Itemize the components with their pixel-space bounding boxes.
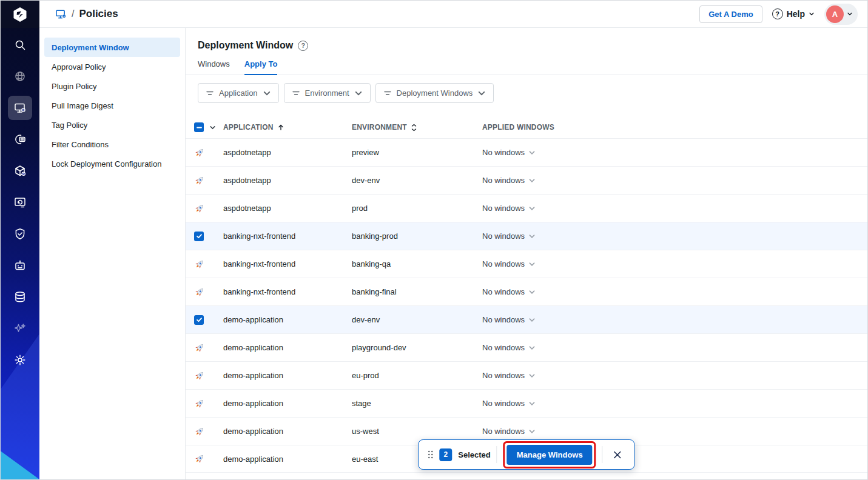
applied-windows-dropdown[interactable]: No windows — [482, 232, 855, 241]
package-gear-icon[interactable] — [8, 159, 32, 183]
environment-name: prod — [352, 204, 482, 213]
filter-icon — [292, 89, 300, 98]
app-rocket-icon — [194, 175, 205, 186]
sparkles-icon[interactable] — [8, 316, 32, 341]
get-a-demo-button[interactable]: Get A Demo — [699, 5, 762, 23]
table-row[interactable]: banking-nxt-frontendbanking-qaNo windows — [186, 250, 867, 278]
manage-windows-button[interactable]: Manage Windows — [507, 445, 593, 465]
app-rocket-icon — [194, 453, 205, 464]
sidebar-item-deployment-window[interactable]: Deployment Window — [44, 38, 180, 57]
application-name: banking-nxt-frontend — [223, 287, 352, 296]
deployment-window-icon — [55, 8, 67, 20]
close-icon[interactable] — [609, 446, 626, 463]
applied-windows-dropdown[interactable]: No windows — [482, 287, 855, 296]
table-row[interactable]: demo-applicationplayground-devNo windows — [186, 333, 867, 361]
apply-to-table: APPLICATION ENVIRONMENT APPLIED WINDOWS — [186, 116, 867, 473]
table-row[interactable]: aspdotnetappprodNo windows — [186, 194, 867, 222]
application-name: banking-nxt-frontend — [223, 232, 352, 241]
chevron-down-icon — [477, 89, 486, 98]
select-options-chevron-icon[interactable] — [209, 124, 216, 131]
main-content: Deployment Window ? WindowsApply To Appl… — [186, 28, 867, 479]
environment-name: dev-env — [352, 315, 482, 324]
table-row[interactable]: demo-applicationeu-prodNo windows — [186, 361, 867, 389]
globe-icon[interactable] — [8, 64, 32, 88]
applied-windows-dropdown[interactable]: No windows — [482, 371, 855, 380]
monitor-sync-icon[interactable] — [8, 190, 32, 215]
filter-application[interactable]: Application — [198, 83, 279, 103]
applied-windows-dropdown[interactable]: No windows — [482, 176, 855, 185]
environment-name: dev-env — [352, 176, 482, 185]
chevron-down-icon — [528, 372, 536, 379]
app-rocket-icon — [194, 370, 205, 381]
applied-windows-dropdown[interactable]: No windows — [482, 148, 855, 157]
environment-name: banking-final — [352, 287, 482, 296]
devtron-logo[interactable] — [1, 1, 39, 28]
sort-both-icon — [411, 124, 417, 132]
applied-windows-dropdown[interactable]: No windows — [482, 427, 855, 436]
user-menu[interactable]: A — [824, 4, 858, 25]
search-icon[interactable] — [8, 33, 32, 57]
row-checkbox[interactable] — [194, 315, 204, 325]
chevron-down-icon — [528, 288, 536, 296]
table-row[interactable]: banking-nxt-frontendbanking-finalNo wind… — [186, 278, 867, 305]
chevron-down-icon — [528, 428, 536, 435]
chevron-down-icon — [263, 89, 271, 98]
policies-icon[interactable] — [8, 96, 32, 120]
row-checkbox[interactable] — [194, 232, 204, 241]
table-header: APPLICATION ENVIRONMENT APPLIED WINDOWS — [186, 116, 867, 138]
sidebar-item-lock-deployment-configuration[interactable]: Lock Deployment Configuration — [44, 154, 180, 173]
divider — [602, 446, 603, 463]
question-circle-icon[interactable]: ? — [298, 41, 308, 51]
column-header-environment[interactable]: ENVIRONMENT — [352, 123, 482, 132]
column-header-applied-windows: APPLIED WINDOWS — [482, 123, 855, 132]
app-rocket-icon — [194, 426, 205, 437]
chevron-down-icon — [528, 233, 536, 240]
filter-environment[interactable]: Environment — [284, 83, 371, 103]
app-rocket-icon — [194, 398, 205, 409]
environment-name: eu-prod — [352, 371, 482, 380]
filter-deployment-windows[interactable]: Deployment Windows — [375, 83, 494, 103]
column-header-application[interactable]: APPLICATION — [223, 123, 352, 132]
environment-name: banking-prod — [352, 232, 482, 241]
table-row[interactable]: banking-nxt-frontendbanking-prodNo windo… — [186, 222, 867, 250]
application-name: banking-nxt-frontend — [223, 259, 352, 268]
selected-count-badge: 2 — [439, 448, 452, 461]
sidebar-item-filter-conditions[interactable]: Filter Conditions — [44, 135, 180, 154]
chevron-down-icon — [528, 177, 536, 184]
applied-windows-dropdown[interactable]: No windows — [482, 343, 855, 352]
sidebar-item-tag-policy[interactable]: Tag Policy — [44, 115, 180, 135]
sidebar-item-plugin-policy[interactable]: Plugin Policy — [44, 76, 180, 96]
icon-rail — [1, 1, 39, 479]
table-row[interactable]: demo-applicationstageNo windows — [186, 389, 867, 417]
applied-windows-dropdown[interactable]: No windows — [482, 315, 855, 324]
table-row[interactable]: demo-applicationdev-envNo windows — [186, 305, 867, 333]
applied-windows-dropdown[interactable]: No windows — [482, 259, 855, 268]
selected-label: Selected — [458, 450, 490, 459]
gear-icon[interactable] — [8, 348, 32, 372]
cd-pipeline-icon[interactable] — [8, 127, 32, 152]
chevron-down-icon — [528, 261, 536, 268]
database-icon[interactable] — [8, 285, 32, 309]
table-row[interactable]: aspdotnetapppreviewNo windows — [186, 138, 867, 166]
environment-name: playground-dev — [352, 343, 482, 352]
shield-check-icon[interactable] — [8, 222, 32, 246]
filter-bar: ApplicationEnvironmentDeployment Windows — [186, 75, 867, 103]
sidebar-item-pull-image-digest[interactable]: Pull Image Digest — [44, 96, 180, 115]
selection-action-bar: 2 Selected Manage Windows — [418, 439, 634, 470]
page-title: Deployment Window — [198, 40, 293, 51]
table-row[interactable]: aspdotnetappdev-envNo windows — [186, 166, 867, 194]
application-name: demo-application — [223, 455, 352, 464]
applied-windows-dropdown[interactable]: No windows — [482, 204, 855, 213]
bot-icon[interactable] — [8, 253, 32, 278]
policies-sidebar: Deployment WindowApproval PolicyPlugin P… — [39, 28, 186, 479]
breadcrumb[interactable]: / Policies — [55, 8, 118, 20]
help-menu[interactable]: ? Help — [772, 8, 815, 19]
sidebar-item-approval-policy[interactable]: Approval Policy — [44, 57, 180, 76]
applied-windows-dropdown[interactable]: No windows — [482, 399, 855, 408]
tab-windows[interactable]: Windows — [198, 59, 230, 75]
tab-apply-to[interactable]: Apply To — [244, 59, 278, 75]
chevron-down-icon — [528, 205, 536, 212]
drag-handle-icon[interactable] — [427, 450, 433, 459]
select-all-checkbox[interactable] — [194, 122, 204, 132]
breadcrumb-separator: / — [72, 8, 74, 19]
